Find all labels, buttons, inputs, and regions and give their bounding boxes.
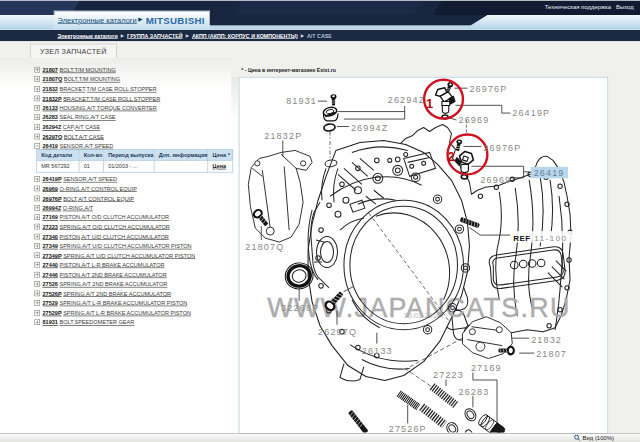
svg-text:26976P: 26976P [469, 84, 507, 94]
svg-text:26297Q: 26297Q [318, 327, 357, 337]
svg-text:26294Z: 26294Z [388, 95, 426, 105]
svg-text:REF.11-100: REF.11-100 [513, 234, 567, 243]
svg-text:21832: 21832 [531, 335, 562, 345]
svg-text:26976P: 26976P [483, 143, 521, 153]
svg-text:21832P: 21832P [264, 131, 302, 141]
svg-text:26969: 26969 [480, 175, 511, 185]
svg-text:81931: 81931 [286, 96, 317, 106]
svg-text:26133: 26133 [362, 346, 393, 356]
svg-text:26419: 26419 [534, 168, 565, 178]
svg-text:1: 1 [426, 96, 433, 111]
svg-text:27169: 27169 [471, 363, 502, 373]
svg-text:21807Q: 21807Q [245, 242, 284, 252]
svg-text:26283: 26283 [458, 387, 489, 397]
svg-text:2: 2 [448, 149, 455, 164]
svg-text:27223: 27223 [433, 370, 464, 380]
svg-text:26994Z: 26994Z [351, 123, 389, 133]
svg-text:21807: 21807 [536, 349, 567, 359]
svg-text:26419P: 26419P [512, 108, 550, 118]
svg-text:27526P: 27526P [389, 424, 427, 432]
svg-text:32268P: 32268P [281, 303, 319, 313]
svg-text:26969: 26969 [458, 115, 489, 125]
